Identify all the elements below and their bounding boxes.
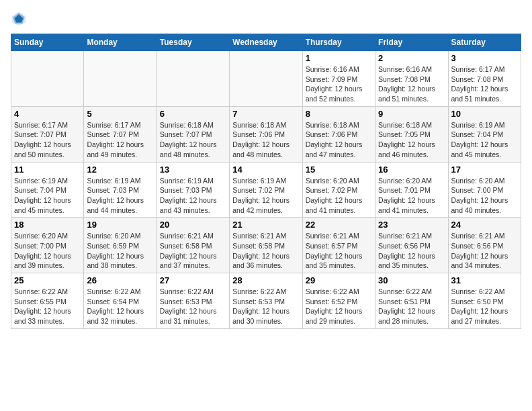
day-number: 31 [451,275,518,285]
logo-icon [11,11,27,27]
calendar-cell: 2Sunrise: 6:16 AM Sunset: 7:08 PM Daylig… [375,51,448,107]
day-number: 22 [306,220,372,230]
day-number: 10 [451,109,518,119]
day-number: 12 [87,165,153,175]
day-info: Sunrise: 6:19 AM Sunset: 7:04 PM Dayligh… [451,120,518,160]
column-header-monday: Monday [84,34,157,51]
calendar-week-row: 18Sunrise: 6:20 AM Sunset: 7:00 PM Dayli… [11,218,521,273]
column-header-tuesday: Tuesday [157,34,229,51]
calendar-cell: 11Sunrise: 6:19 AM Sunset: 7:04 PM Dayli… [11,162,84,218]
calendar-cell: 22Sunrise: 6:21 AM Sunset: 6:57 PM Dayli… [302,218,375,273]
day-info: Sunrise: 6:20 AM Sunset: 6:59 PM Dayligh… [87,231,153,271]
column-header-thursday: Thursday [302,34,375,51]
calendar-cell [157,51,229,107]
day-number: 3 [451,53,518,63]
calendar-cell: 1Sunrise: 6:16 AM Sunset: 7:09 PM Daylig… [302,51,375,107]
day-number: 11 [14,165,81,175]
day-info: Sunrise: 6:20 AM Sunset: 7:00 PM Dayligh… [14,231,81,271]
calendar-week-row: 4Sunrise: 6:17 AM Sunset: 7:07 PM Daylig… [11,106,521,162]
column-header-friday: Friday [375,34,448,51]
day-number: 30 [378,275,445,285]
day-number: 26 [87,275,153,285]
day-number: 29 [306,275,372,285]
calendar-header-row: SundayMondayTuesdayWednesdayThursdayFrid… [11,34,521,51]
calendar-cell [84,51,157,107]
day-number: 24 [451,220,518,230]
day-info: Sunrise: 6:21 AM Sunset: 6:57 PM Dayligh… [306,231,372,271]
day-info: Sunrise: 6:17 AM Sunset: 7:07 PM Dayligh… [14,120,81,160]
day-info: Sunrise: 6:17 AM Sunset: 7:08 PM Dayligh… [451,64,518,104]
day-info: Sunrise: 6:20 AM Sunset: 7:00 PM Dayligh… [451,176,518,216]
calendar-cell: 27Sunrise: 6:22 AM Sunset: 6:53 PM Dayli… [157,273,229,329]
day-number: 13 [160,165,226,175]
day-number: 18 [14,220,81,230]
calendar-cell: 10Sunrise: 6:19 AM Sunset: 7:04 PM Dayli… [448,106,521,162]
calendar-cell: 26Sunrise: 6:22 AM Sunset: 6:54 PM Dayli… [84,273,157,329]
calendar-cell: 25Sunrise: 6:22 AM Sunset: 6:55 PM Dayli… [11,273,84,329]
day-number: 27 [160,275,226,285]
day-info: Sunrise: 6:21 AM Sunset: 6:56 PM Dayligh… [378,231,445,271]
calendar-cell: 7Sunrise: 6:18 AM Sunset: 7:06 PM Daylig… [230,106,302,162]
day-info: Sunrise: 6:17 AM Sunset: 7:07 PM Dayligh… [87,120,153,160]
day-number: 1 [306,53,372,63]
day-info: Sunrise: 6:18 AM Sunset: 7:06 PM Dayligh… [232,120,299,160]
day-info: Sunrise: 6:19 AM Sunset: 7:04 PM Dayligh… [14,176,81,216]
calendar-cell: 3Sunrise: 6:17 AM Sunset: 7:08 PM Daylig… [448,51,521,107]
page-header [11,11,521,27]
day-info: Sunrise: 6:22 AM Sunset: 6:55 PM Dayligh… [14,287,81,326]
day-info: Sunrise: 6:22 AM Sunset: 6:54 PM Dayligh… [87,287,153,326]
calendar-cell: 24Sunrise: 6:21 AM Sunset: 6:56 PM Dayli… [448,218,521,273]
day-info: Sunrise: 6:21 AM Sunset: 6:58 PM Dayligh… [232,231,299,271]
day-number: 6 [160,109,226,119]
calendar-cell: 17Sunrise: 6:20 AM Sunset: 7:00 PM Dayli… [448,162,521,218]
calendar-cell [230,51,302,107]
calendar-cell: 31Sunrise: 6:22 AM Sunset: 6:50 PM Dayli… [448,273,521,329]
day-info: Sunrise: 6:19 AM Sunset: 7:03 PM Dayligh… [160,176,226,216]
column-header-sunday: Sunday [11,34,84,51]
day-info: Sunrise: 6:19 AM Sunset: 7:02 PM Dayligh… [232,176,299,216]
calendar: SundayMondayTuesdayWednesdayThursdayFrid… [11,34,521,329]
calendar-cell: 4Sunrise: 6:17 AM Sunset: 7:07 PM Daylig… [11,106,84,162]
calendar-cell: 28Sunrise: 6:22 AM Sunset: 6:53 PM Dayli… [230,273,302,329]
calendar-cell: 13Sunrise: 6:19 AM Sunset: 7:03 PM Dayli… [157,162,229,218]
calendar-cell: 23Sunrise: 6:21 AM Sunset: 6:56 PM Dayli… [375,218,448,273]
calendar-cell: 5Sunrise: 6:17 AM Sunset: 7:07 PM Daylig… [84,106,157,162]
calendar-week-row: 11Sunrise: 6:19 AM Sunset: 7:04 PM Dayli… [11,162,521,218]
calendar-cell: 20Sunrise: 6:21 AM Sunset: 6:58 PM Dayli… [157,218,229,273]
day-number: 5 [87,109,153,119]
day-number: 15 [306,165,372,175]
logo [11,11,30,27]
day-number: 23 [378,220,445,230]
day-info: Sunrise: 6:22 AM Sunset: 6:53 PM Dayligh… [232,287,299,326]
calendar-week-row: 25Sunrise: 6:22 AM Sunset: 6:55 PM Dayli… [11,273,521,329]
day-info: Sunrise: 6:22 AM Sunset: 6:50 PM Dayligh… [451,287,518,326]
day-info: Sunrise: 6:18 AM Sunset: 7:05 PM Dayligh… [378,120,445,160]
calendar-cell: 9Sunrise: 6:18 AM Sunset: 7:05 PM Daylig… [375,106,448,162]
column-header-wednesday: Wednesday [230,34,302,51]
day-number: 20 [160,220,226,230]
day-info: Sunrise: 6:18 AM Sunset: 7:06 PM Dayligh… [306,120,372,160]
day-number: 16 [378,165,445,175]
calendar-cell: 15Sunrise: 6:20 AM Sunset: 7:02 PM Dayli… [302,162,375,218]
day-info: Sunrise: 6:16 AM Sunset: 7:09 PM Dayligh… [306,64,372,104]
day-number: 17 [451,165,518,175]
day-number: 14 [232,165,299,175]
day-info: Sunrise: 6:22 AM Sunset: 6:51 PM Dayligh… [378,287,445,326]
day-number: 7 [232,109,299,119]
day-info: Sunrise: 6:20 AM Sunset: 7:01 PM Dayligh… [378,176,445,216]
day-number: 21 [232,220,299,230]
calendar-week-row: 1Sunrise: 6:16 AM Sunset: 7:09 PM Daylig… [11,51,521,107]
day-number: 28 [232,275,299,285]
calendar-cell: 29Sunrise: 6:22 AM Sunset: 6:52 PM Dayli… [302,273,375,329]
day-number: 25 [14,275,81,285]
day-info: Sunrise: 6:21 AM Sunset: 6:58 PM Dayligh… [160,231,226,271]
calendar-cell: 30Sunrise: 6:22 AM Sunset: 6:51 PM Dayli… [375,273,448,329]
calendar-cell: 18Sunrise: 6:20 AM Sunset: 7:00 PM Dayli… [11,218,84,273]
calendar-cell: 12Sunrise: 6:19 AM Sunset: 7:03 PM Dayli… [84,162,157,218]
day-info: Sunrise: 6:18 AM Sunset: 7:07 PM Dayligh… [160,120,226,160]
day-number: 19 [87,220,153,230]
day-number: 8 [306,109,372,119]
calendar-cell: 14Sunrise: 6:19 AM Sunset: 7:02 PM Dayli… [230,162,302,218]
calendar-cell: 16Sunrise: 6:20 AM Sunset: 7:01 PM Dayli… [375,162,448,218]
day-info: Sunrise: 6:19 AM Sunset: 7:03 PM Dayligh… [87,176,153,216]
